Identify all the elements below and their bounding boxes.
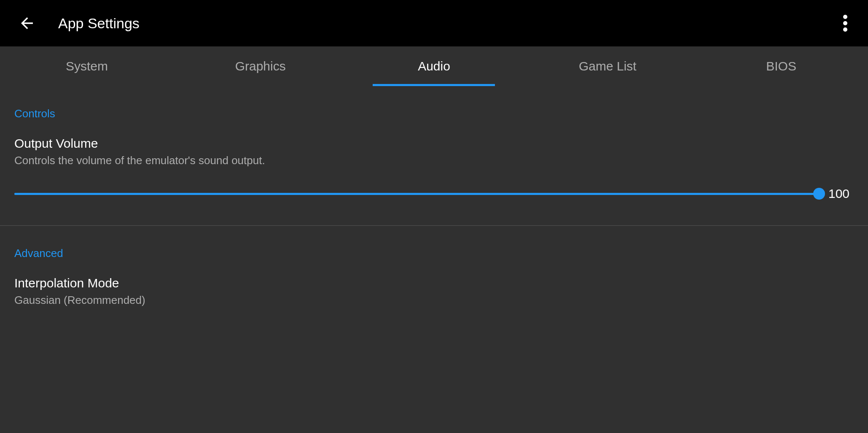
output-volume-slider-row: 100 (14, 187, 854, 201)
tab-label: BIOS (766, 59, 796, 73)
back-button[interactable] (17, 13, 37, 33)
output-volume-title: Output Volume (14, 136, 854, 151)
tab-bios[interactable]: BIOS (694, 46, 868, 86)
more-vert-icon (843, 15, 847, 32)
tab-bar: System Graphics Audio Game List BIOS (0, 46, 868, 86)
interpolation-mode-value: Gaussian (Recommended) (14, 294, 854, 307)
output-volume-subtitle: Controls the volume of the emulator's so… (14, 154, 854, 167)
tab-label: System (66, 59, 108, 73)
tab-label: Game List (579, 59, 637, 73)
tab-system[interactable]: System (0, 46, 174, 86)
section-advanced: Advanced Interpolation Mode Gaussian (Re… (0, 226, 868, 319)
app-bar: App Settings (0, 0, 868, 46)
svg-point-2 (843, 27, 847, 32)
svg-point-1 (843, 21, 847, 25)
svg-point-0 (843, 15, 847, 19)
arrow-left-icon (18, 14, 36, 32)
tab-game-list[interactable]: Game List (521, 46, 694, 86)
section-header-advanced: Advanced (14, 247, 854, 260)
content-area: System Graphics Audio Game List BIOS Con… (0, 46, 868, 433)
output-volume-slider[interactable] (14, 193, 819, 195)
output-volume-value: 100 (828, 187, 854, 201)
interpolation-mode-title: Interpolation Mode (14, 276, 854, 290)
page-title: App Settings (58, 15, 140, 32)
section-controls: Controls Output Volume Controls the volu… (0, 86, 868, 213)
interpolation-mode-item[interactable]: Interpolation Mode Gaussian (Recommended… (14, 276, 854, 307)
tab-graphics[interactable]: Graphics (174, 46, 347, 86)
tab-label: Audio (418, 59, 450, 73)
tab-audio[interactable]: Audio (347, 46, 521, 86)
slider-thumb[interactable] (813, 188, 825, 200)
tab-label: Graphics (235, 59, 286, 73)
overflow-menu-button[interactable] (835, 13, 855, 33)
section-header-controls: Controls (14, 107, 854, 120)
